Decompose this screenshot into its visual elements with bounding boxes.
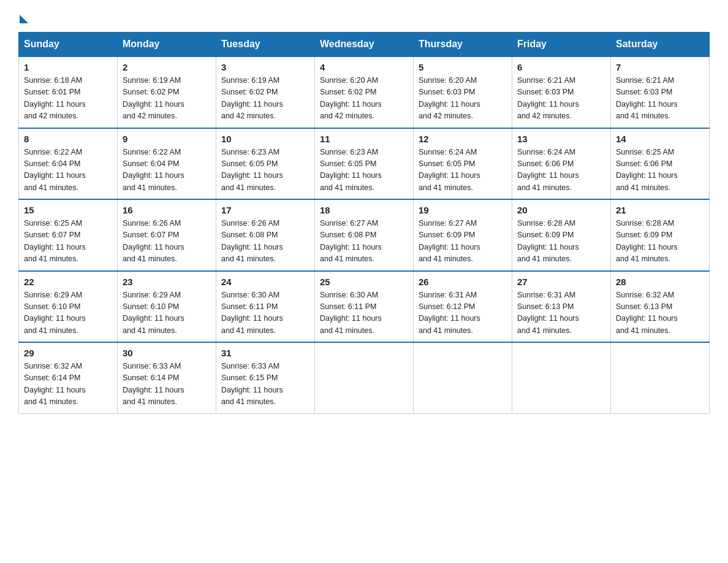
calendar-cell: 16Sunrise: 6:26 AMSunset: 6:07 PMDayligh… — [118, 199, 216, 271]
day-info: Sunrise: 6:32 AMSunset: 6:13 PMDaylight:… — [616, 289, 704, 337]
day-number: 28 — [616, 277, 704, 287]
day-number: 30 — [123, 348, 211, 358]
day-number: 21 — [616, 205, 704, 215]
calendar-cell: 5Sunrise: 6:20 AMSunset: 6:03 PMDaylight… — [414, 56, 512, 128]
day-number: 17 — [221, 205, 309, 215]
day-number: 29 — [24, 348, 112, 358]
day-info: Sunrise: 6:26 AMSunset: 6:07 PMDaylight:… — [123, 218, 211, 266]
day-info: Sunrise: 6:31 AMSunset: 6:12 PMDaylight:… — [419, 289, 507, 337]
calendar-week-5: 29Sunrise: 6:32 AMSunset: 6:14 PMDayligh… — [19, 342, 710, 413]
day-info: Sunrise: 6:19 AMSunset: 6:02 PMDaylight:… — [123, 75, 211, 123]
day-info: Sunrise: 6:25 AMSunset: 6:07 PMDaylight:… — [24, 218, 112, 266]
calendar-cell: 31Sunrise: 6:33 AMSunset: 6:15 PMDayligh… — [216, 342, 315, 413]
calendar-body: 1Sunrise: 6:18 AMSunset: 6:01 PMDaylight… — [19, 56, 710, 413]
day-number: 6 — [517, 62, 605, 72]
calendar-cell: 11Sunrise: 6:23 AMSunset: 6:05 PMDayligh… — [315, 128, 414, 200]
calendar-cell: 20Sunrise: 6:28 AMSunset: 6:09 PMDayligh… — [512, 199, 611, 271]
calendar-cell: 17Sunrise: 6:26 AMSunset: 6:08 PMDayligh… — [216, 199, 315, 271]
calendar-cell: 13Sunrise: 6:24 AMSunset: 6:06 PMDayligh… — [512, 128, 611, 200]
calendar-cell: 25Sunrise: 6:30 AMSunset: 6:11 PMDayligh… — [315, 271, 414, 343]
day-info: Sunrise: 6:20 AMSunset: 6:03 PMDaylight:… — [419, 75, 507, 123]
day-info: Sunrise: 6:26 AMSunset: 6:08 PMDaylight:… — [221, 218, 309, 266]
day-info: Sunrise: 6:24 AMSunset: 6:06 PMDaylight:… — [517, 147, 605, 194]
logo — [18, 12, 28, 21]
calendar-cell: 15Sunrise: 6:25 AMSunset: 6:07 PMDayligh… — [19, 199, 118, 271]
day-info: Sunrise: 6:22 AMSunset: 6:04 PMDaylight:… — [123, 147, 211, 194]
calendar-week-3: 15Sunrise: 6:25 AMSunset: 6:07 PMDayligh… — [19, 199, 710, 271]
day-number: 31 — [221, 348, 309, 358]
calendar-cell: 21Sunrise: 6:28 AMSunset: 6:09 PMDayligh… — [611, 199, 710, 271]
calendar-cell: 28Sunrise: 6:32 AMSunset: 6:13 PMDayligh… — [611, 271, 710, 343]
day-number: 2 — [123, 62, 211, 72]
calendar-table: SundayMondayTuesdayWednesdayThursdayFrid… — [18, 32, 710, 414]
day-number: 19 — [419, 205, 507, 215]
calendar-week-1: 1Sunrise: 6:18 AMSunset: 6:01 PMDaylight… — [19, 56, 710, 128]
day-number: 22 — [24, 277, 112, 287]
day-info: Sunrise: 6:30 AMSunset: 6:11 PMDaylight:… — [320, 289, 408, 337]
day-info: Sunrise: 6:27 AMSunset: 6:08 PMDaylight:… — [320, 218, 408, 266]
calendar-cell: 2Sunrise: 6:19 AMSunset: 6:02 PMDaylight… — [118, 56, 216, 128]
day-info: Sunrise: 6:23 AMSunset: 6:05 PMDaylight:… — [221, 147, 309, 194]
day-info: Sunrise: 6:25 AMSunset: 6:06 PMDaylight:… — [616, 147, 704, 194]
day-info: Sunrise: 6:22 AMSunset: 6:04 PMDaylight:… — [24, 147, 112, 194]
calendar-header: SundayMondayTuesdayWednesdayThursdayFrid… — [19, 33, 710, 57]
day-number: 1 — [24, 62, 112, 72]
day-header-tuesday: Tuesday — [216, 33, 315, 57]
page-header — [18, 12, 710, 21]
day-info: Sunrise: 6:33 AMSunset: 6:15 PMDaylight:… — [221, 361, 309, 408]
day-header-wednesday: Wednesday — [315, 33, 414, 57]
day-info: Sunrise: 6:19 AMSunset: 6:02 PMDaylight:… — [221, 75, 309, 123]
calendar-cell: 4Sunrise: 6:20 AMSunset: 6:02 PMDaylight… — [315, 56, 414, 128]
day-number: 16 — [123, 205, 211, 215]
day-number: 11 — [320, 134, 408, 144]
calendar-cell: 18Sunrise: 6:27 AMSunset: 6:08 PMDayligh… — [315, 199, 414, 271]
calendar-cell: 26Sunrise: 6:31 AMSunset: 6:12 PMDayligh… — [414, 271, 512, 343]
day-info: Sunrise: 6:27 AMSunset: 6:09 PMDaylight:… — [419, 218, 507, 266]
day-number: 4 — [320, 62, 408, 72]
day-info: Sunrise: 6:18 AMSunset: 6:01 PMDaylight:… — [24, 75, 112, 123]
day-info: Sunrise: 6:23 AMSunset: 6:05 PMDaylight:… — [320, 147, 408, 194]
calendar-cell: 8Sunrise: 6:22 AMSunset: 6:04 PMDaylight… — [19, 128, 118, 200]
day-header-monday: Monday — [118, 33, 216, 57]
day-info: Sunrise: 6:32 AMSunset: 6:14 PMDaylight:… — [24, 361, 112, 408]
calendar-cell: 27Sunrise: 6:31 AMSunset: 6:13 PMDayligh… — [512, 271, 611, 343]
calendar-cell: 7Sunrise: 6:21 AMSunset: 6:03 PMDaylight… — [611, 56, 710, 128]
day-info: Sunrise: 6:21 AMSunset: 6:03 PMDaylight:… — [517, 75, 605, 123]
day-number: 26 — [419, 277, 507, 287]
day-info: Sunrise: 6:29 AMSunset: 6:10 PMDaylight:… — [24, 289, 112, 337]
calendar-cell: 24Sunrise: 6:30 AMSunset: 6:11 PMDayligh… — [216, 271, 315, 343]
day-number: 25 — [320, 277, 408, 287]
day-number: 27 — [517, 277, 605, 287]
calendar-cell: 9Sunrise: 6:22 AMSunset: 6:04 PMDaylight… — [118, 128, 216, 200]
day-number: 7 — [616, 62, 704, 72]
day-number: 8 — [24, 134, 112, 144]
day-info: Sunrise: 6:30 AMSunset: 6:11 PMDaylight:… — [221, 289, 309, 337]
calendar-cell: 3Sunrise: 6:19 AMSunset: 6:02 PMDaylight… — [216, 56, 315, 128]
calendar-cell — [315, 342, 414, 413]
calendar-cell: 29Sunrise: 6:32 AMSunset: 6:14 PMDayligh… — [19, 342, 118, 413]
calendar-week-4: 22Sunrise: 6:29 AMSunset: 6:10 PMDayligh… — [19, 271, 710, 343]
calendar-cell: 10Sunrise: 6:23 AMSunset: 6:05 PMDayligh… — [216, 128, 315, 200]
calendar-cell: 6Sunrise: 6:21 AMSunset: 6:03 PMDaylight… — [512, 56, 611, 128]
day-number: 12 — [419, 134, 507, 144]
day-number: 13 — [517, 134, 605, 144]
calendar-cell: 30Sunrise: 6:33 AMSunset: 6:14 PMDayligh… — [118, 342, 216, 413]
day-number: 5 — [419, 62, 507, 72]
day-info: Sunrise: 6:28 AMSunset: 6:09 PMDaylight:… — [616, 218, 704, 266]
calendar-cell: 19Sunrise: 6:27 AMSunset: 6:09 PMDayligh… — [414, 199, 512, 271]
day-number: 15 — [24, 205, 112, 215]
day-info: Sunrise: 6:21 AMSunset: 6:03 PMDaylight:… — [616, 75, 704, 123]
logo-triangle-icon — [20, 15, 28, 23]
calendar-cell: 14Sunrise: 6:25 AMSunset: 6:06 PMDayligh… — [611, 128, 710, 200]
calendar-cell — [414, 342, 512, 413]
day-info: Sunrise: 6:28 AMSunset: 6:09 PMDaylight:… — [517, 218, 605, 266]
calendar-cell: 12Sunrise: 6:24 AMSunset: 6:05 PMDayligh… — [414, 128, 512, 200]
day-header-friday: Friday — [512, 33, 611, 57]
day-info: Sunrise: 6:24 AMSunset: 6:05 PMDaylight:… — [419, 147, 507, 194]
day-info: Sunrise: 6:31 AMSunset: 6:13 PMDaylight:… — [517, 289, 605, 337]
day-header-sunday: Sunday — [19, 33, 118, 57]
day-number: 10 — [221, 134, 309, 144]
calendar-cell: 22Sunrise: 6:29 AMSunset: 6:10 PMDayligh… — [19, 271, 118, 343]
day-number: 24 — [221, 277, 309, 287]
day-number: 18 — [320, 205, 408, 215]
